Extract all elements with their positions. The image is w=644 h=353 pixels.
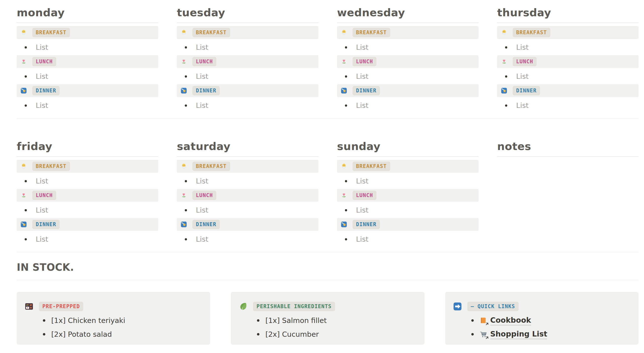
- list-item[interactable]: List: [337, 205, 478, 216]
- list-item[interactable]: List: [17, 205, 158, 216]
- cookbook-link[interactable]: Cookbook: [490, 316, 531, 326]
- shooting-star-icon: [20, 88, 27, 94]
- meal-band-dinner[interactable]: DINNER: [337, 84, 478, 97]
- stock-item[interactable]: [2x] Potato salad: [25, 328, 205, 341]
- list-item-text: List: [196, 177, 208, 185]
- list-item[interactable]: List: [177, 205, 318, 216]
- stock-item-text: [1x] Chicken teriyaki: [51, 316, 125, 325]
- quick-link-item: Shopping List: [453, 328, 634, 341]
- list-item[interactable]: List: [337, 100, 478, 111]
- hatching-chick-icon: [180, 163, 187, 170]
- bullet-icon: [43, 319, 45, 322]
- list-item[interactable]: List: [337, 234, 478, 244]
- list-item-text: List: [356, 177, 368, 185]
- list-item-text: List: [36, 43, 48, 52]
- ne-arrow-icon: [485, 336, 489, 340]
- meal-band-dinner[interactable]: DINNER: [177, 218, 318, 231]
- list-item[interactable]: List: [177, 42, 318, 53]
- meal-band-lunch[interactable]: LUNCH: [177, 55, 318, 68]
- meal-planner-page: mondayBREAKFASTListLUNCHListDINNERListtu…: [0, 0, 644, 353]
- stock-item[interactable]: [1x] Chicken teriyaki: [25, 314, 205, 328]
- meal-band-breakfast[interactable]: BREAKFAST: [337, 160, 478, 173]
- in-stock-heading[interactable]: IN STOCK.: [17, 261, 638, 274]
- list-item[interactable]: List: [17, 100, 158, 111]
- day-title[interactable]: monday: [17, 6, 158, 20]
- day-title[interactable]: tuesday: [177, 6, 318, 20]
- meal-band-dinner[interactable]: DINNER: [337, 218, 478, 231]
- meal-band-breakfast[interactable]: BREAKFAST: [177, 160, 318, 173]
- shooting-star-icon: [180, 221, 187, 228]
- list-item[interactable]: List: [337, 42, 478, 53]
- list-item[interactable]: List: [497, 42, 638, 53]
- meal-band-breakfast[interactable]: BREAKFAST: [17, 26, 158, 39]
- meal-band-dinner[interactable]: DINNER: [177, 84, 318, 97]
- bullet-icon: [25, 76, 27, 78]
- bullet-icon: [185, 209, 187, 211]
- list-item-text: List: [36, 72, 48, 80]
- meal-band-breakfast[interactable]: BREAKFAST: [17, 160, 158, 173]
- card-pre-prepped: PRE-PREPPED[1x] Chicken teriyaki[2x] Pot…: [17, 292, 210, 344]
- day-title[interactable]: friday: [17, 139, 158, 154]
- day-title[interactable]: wednesday: [337, 6, 478, 20]
- week-row-top: mondayBREAKFASTListLUNCHListDINNERListtu…: [17, 6, 638, 113]
- meal-label-lunch: LUNCH: [513, 57, 536, 66]
- list-item[interactable]: List: [17, 42, 158, 53]
- bullet-icon: [257, 319, 260, 322]
- in-stock-cards: PRE-PREPPED[1x] Chicken teriyaki[2x] Pot…: [17, 292, 638, 344]
- tulip-icon: [341, 192, 347, 198]
- meal-band-breakfast[interactable]: BREAKFAST: [177, 26, 318, 39]
- tulip-icon: [180, 58, 187, 65]
- list-item[interactable]: List: [177, 71, 318, 82]
- list-item-text: List: [36, 101, 48, 110]
- bullet-icon: [25, 209, 27, 211]
- meal-band-dinner[interactable]: DINNER: [497, 84, 638, 97]
- bullet-icon: [345, 46, 347, 48]
- meal-label-breakfast: BREAKFAST: [513, 28, 550, 37]
- list-item-text: List: [196, 235, 208, 244]
- arrow-right-icon: [453, 302, 462, 311]
- day-title[interactable]: saturday: [177, 139, 318, 154]
- day-title[interactable]: thursday: [497, 6, 638, 20]
- shooting-star-icon: [20, 221, 27, 228]
- list-item[interactable]: List: [177, 100, 318, 111]
- stock-item[interactable]: [1x] Salmon fillet: [239, 314, 419, 328]
- day-title[interactable]: sunday: [337, 139, 478, 154]
- meal-band-lunch[interactable]: LUNCH: [337, 189, 478, 202]
- shopping-list-link[interactable]: Shopping List: [490, 330, 548, 339]
- list-item[interactable]: List: [497, 71, 638, 82]
- list-item[interactable]: List: [497, 100, 638, 111]
- tulip-icon: [20, 58, 27, 65]
- list-item[interactable]: List: [337, 176, 478, 186]
- quick-link-item: Cookbook: [453, 314, 634, 328]
- bullet-icon: [257, 333, 260, 336]
- list-item-text: List: [196, 206, 208, 214]
- bullet-icon: [185, 46, 187, 48]
- bullet-icon: [185, 238, 187, 240]
- list-item[interactable]: List: [17, 71, 158, 82]
- list-item[interactable]: List: [177, 234, 318, 244]
- stock-item[interactable]: [2x] Cucumber: [239, 328, 419, 341]
- card-header-pre-prepped[interactable]: PRE-PREPPED: [25, 302, 205, 311]
- meal-label-dinner: DINNER: [352, 220, 380, 229]
- list-item[interactable]: List: [177, 176, 318, 186]
- day-column-thursday: thursdayBREAKFASTListLUNCHListDINNERList: [497, 6, 638, 113]
- meal-band-lunch[interactable]: LUNCH: [17, 189, 158, 202]
- meal-band-lunch[interactable]: LUNCH: [17, 55, 158, 68]
- list-item[interactable]: List: [17, 234, 158, 244]
- meal-band-lunch[interactable]: LUNCH: [337, 55, 478, 68]
- meal-band-lunch[interactable]: LUNCH: [497, 55, 638, 68]
- meal-band-dinner[interactable]: DINNER: [17, 84, 158, 97]
- bullet-icon: [505, 46, 507, 48]
- meal-label-dinner: DINNER: [352, 86, 380, 95]
- list-item[interactable]: List: [337, 71, 478, 82]
- meal-band-breakfast[interactable]: BREAKFAST: [337, 26, 478, 39]
- meal-band-dinner[interactable]: DINNER: [17, 218, 158, 231]
- meal-label-dinner: DINNER: [513, 86, 540, 95]
- day-title[interactable]: notes: [497, 139, 638, 154]
- meal-band-breakfast[interactable]: BREAKFAST: [497, 26, 638, 39]
- list-item[interactable]: List: [17, 176, 158, 186]
- card-header-quick-links[interactable]: — QUICK LINKS: [453, 302, 634, 311]
- day-title-divider: [497, 23, 638, 23]
- meal-band-lunch[interactable]: LUNCH: [177, 189, 318, 202]
- card-header-perishable-ingredients[interactable]: PERISHABLE INGREDIENTS: [239, 302, 419, 311]
